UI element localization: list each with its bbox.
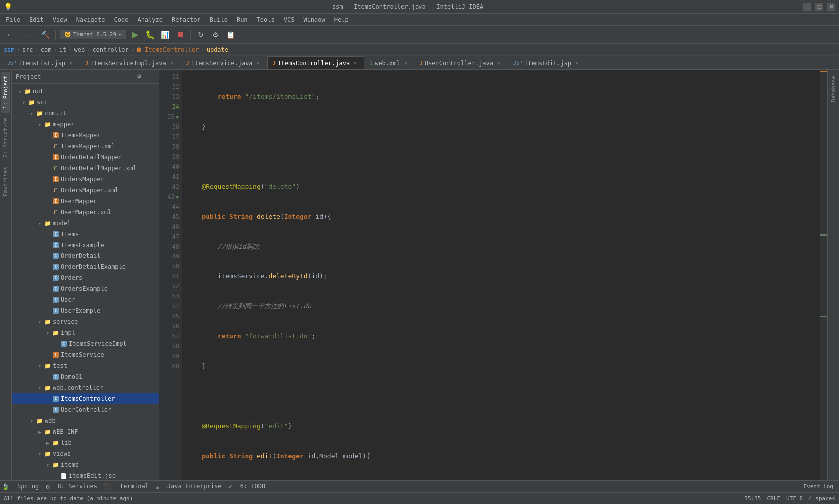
tab-itemsserviceimpl[interactable]: J ItemsServiceImpl.java ✕ [80, 56, 181, 69]
menu-item-run[interactable]: Run [233, 15, 252, 24]
debug-button[interactable]: 🐛 [144, 29, 156, 41]
tree-item-out[interactable]: ▾ 📁 out [12, 86, 159, 97]
breadcrumb-item-itemscontroller[interactable]: ⬟ ItemsController [136, 46, 199, 53]
maximize-button[interactable]: □ [815, 3, 823, 11]
tree-item-ordersmapperxml[interactable]: 🗒 OrdersMapper.xml [12, 185, 159, 196]
menu-item-tools[interactable]: Tools [253, 15, 279, 24]
breadcrumb-item-update[interactable]: update [207, 46, 228, 53]
menu-item-file[interactable]: File [2, 15, 24, 24]
menu-item-refactor[interactable]: Refactor [168, 15, 205, 24]
breadcrumb-item-controller[interactable]: controller [92, 46, 128, 53]
tab-close-usercontroller[interactable]: ✕ [495, 60, 502, 67]
tomcat-config[interactable]: 🐱 Tomcat 8.5.29 ▾ [60, 30, 126, 39]
editor-scroll-area[interactable]: 31 32 33 34 35▶ 36 37 38 39 40 41 42 43▶… [159, 70, 827, 480]
tab-close-itemslist[interactable]: ✕ [67, 60, 74, 67]
bottom-tab-services[interactable]: 8: Services [53, 482, 102, 492]
tree-item-userexample[interactable]: C UserExample [12, 305, 159, 316]
statusbar-spaces[interactable]: 4 spaces [809, 495, 835, 502]
tab-itemsedit[interactable]: JSP itemsEdit.jsp ✕ [508, 56, 586, 69]
run-button[interactable]: ▶ [129, 29, 141, 41]
toolbar-settings-button[interactable]: ⚙ [210, 29, 222, 41]
menu-item-code[interactable]: Code [110, 15, 133, 24]
tree-item-itemseditjsp[interactable]: 📄 itemsEdit.jsp [12, 470, 159, 480]
tree-item-orderdetailmapper[interactable]: I OrderDetailMapper [12, 152, 159, 163]
breadcrumb-item-ssm[interactable]: ssm [4, 46, 15, 53]
tree-item-ordersmapper[interactable]: I OrdersMapper [12, 174, 159, 185]
menu-item-navigate[interactable]: Navigate [72, 15, 109, 24]
bottom-tab-enterprise[interactable]: Java Enterprise [162, 482, 226, 492]
toolbar-back-button[interactable]: ← [4, 29, 16, 41]
menu-item-build[interactable]: Build [206, 15, 232, 24]
tree-item-user[interactable]: C User [12, 294, 159, 305]
tree-item-test[interactable]: ▾ 📁 test [12, 360, 159, 371]
statusbar-encoding[interactable]: UTF-8 [786, 495, 803, 502]
tab-close-itemsserviceimpl[interactable]: ✕ [168, 60, 175, 67]
tree-item-comit[interactable]: ▾ 📁 com.it [12, 108, 159, 119]
tree-item-demo01[interactable]: C Demo01 [12, 371, 159, 382]
tree-item-orderdetailexample[interactable]: C OrderDetailExample [12, 261, 159, 272]
tree-item-itemsserviceimpl[interactable]: C ItemsServiceImpl [12, 338, 159, 349]
panel-tab-structure[interactable]: 2: Structure [1, 114, 10, 161]
menu-item-vcs[interactable]: VCS [280, 15, 299, 24]
tree-item-usermapperxml[interactable]: 🗒 UserMapper.xml [12, 207, 159, 218]
tab-usercontroller[interactable]: J UserController.java ✕ [415, 56, 508, 69]
menu-item-view[interactable]: View [49, 15, 71, 24]
tab-close-itemscontroller[interactable]: ✕ [352, 60, 359, 67]
tree-item-usercontroller[interactable]: C UserController [12, 404, 159, 415]
menu-item-edit[interactable]: Edit [25, 15, 48, 24]
menu-item-help[interactable]: Help [330, 15, 353, 24]
tree-item-itemsservice[interactable]: I ItemsService [12, 349, 159, 360]
tab-itemslist[interactable]: JSP itemsList.jsp ✕ [2, 56, 80, 69]
breadcrumb-item-web[interactable]: web [74, 46, 85, 53]
tree-item-items[interactable]: C Items [12, 229, 159, 240]
tab-close-itemsedit[interactable]: ✕ [573, 60, 580, 67]
menu-item-analyze[interactable]: Analyze [133, 15, 167, 24]
tree-item-usermapper[interactable]: I UserMapper [12, 196, 159, 207]
breadcrumb-item-com[interactable]: com [41, 46, 52, 53]
tree-item-web[interactable]: ▾ 📁 web [12, 415, 159, 426]
stop-button[interactable]: ⏹ [174, 29, 186, 41]
bottom-tab-terminal[interactable]: Terminal [115, 482, 154, 492]
toolbar-build-button[interactable]: 🔨 [39, 29, 51, 41]
tree-item-itemsexample[interactable]: C ItemsExample [12, 240, 159, 251]
panel-tab-favorites[interactable]: Favorites [1, 163, 10, 201]
event-log-tab[interactable]: Event Log [799, 482, 837, 491]
minimize-button[interactable]: ─ [803, 3, 811, 11]
panel-tab-project[interactable]: 1: Project [1, 72, 10, 113]
editor-content[interactable]: 31 32 33 34 35▶ 36 37 38 39 40 41 42 43▶… [159, 70, 827, 480]
close-button[interactable]: ✕ [827, 3, 835, 11]
tree-item-viewsitems[interactable]: ▾ 📁 items [12, 459, 159, 470]
tree-item-impl[interactable]: ▾ 📁 impl [12, 327, 159, 338]
tree-item-itemsmapper[interactable]: I ItemsMapper [12, 130, 159, 141]
toolbar-vcs-button[interactable]: 📋 [225, 29, 237, 41]
tree-item-service[interactable]: ▾ 📁 service [12, 316, 159, 327]
code-content[interactable]: return "/items/itemsList"; } @RequestMap… [182, 70, 820, 480]
bottom-tab-spring[interactable]: Spring [12, 482, 44, 492]
sidebar-gear-button[interactable]: ⚙ [135, 72, 144, 81]
tree-item-orderdetail[interactable]: C OrderDetail [12, 251, 159, 261]
tree-item-orderdetailmapperxml[interactable]: 🗒 OrderDetailMapper.xml [12, 163, 159, 174]
tree-item-src[interactable]: ▾ 📁 src [12, 97, 159, 108]
tree-item-webinf[interactable]: ▶ 📁 WEB-INF [12, 426, 159, 437]
tree-item-orders[interactable]: C Orders [12, 272, 159, 283]
breadcrumb-item-it[interactable]: it [59, 46, 66, 53]
tab-close-webxml[interactable]: ✕ [402, 60, 409, 67]
panel-tab-database[interactable]: Database [829, 72, 838, 106]
toolbar-update-button[interactable]: ↻ [195, 29, 207, 41]
statusbar-line-ending[interactable]: CRLF [767, 495, 780, 502]
breadcrumb-item-src[interactable]: src [22, 46, 33, 53]
tab-close-itemsservice[interactable]: ✕ [255, 60, 262, 67]
statusbar-position[interactable]: 55:35 [744, 495, 761, 502]
tree-item-ordersexample[interactable]: C OrdersExample [12, 283, 159, 294]
tab-itemscontroller[interactable]: J ItemsController.java ✕ [267, 56, 365, 69]
tab-itemsservice[interactable]: J ItemsService.java ✕ [181, 56, 267, 69]
tree-item-mapper[interactable]: ▾ 📁 mapper [12, 119, 159, 130]
tab-webxml[interactable]: X web.xml ✕ [364, 56, 415, 69]
tree-item-itemsmapperxml[interactable]: 🗒 ItemsMapper.xml [12, 141, 159, 152]
tree-item-model[interactable]: ▾ 📁 model [12, 218, 159, 229]
tree-item-itemscontroller[interactable]: C ItemsController [12, 393, 159, 404]
run-with-coverage-button[interactable]: 📊 [159, 29, 171, 41]
toolbar-forward-button[interactable]: → [19, 29, 31, 41]
sidebar-collapse-button[interactable]: − [146, 72, 155, 81]
menu-item-window[interactable]: Window [299, 15, 329, 24]
